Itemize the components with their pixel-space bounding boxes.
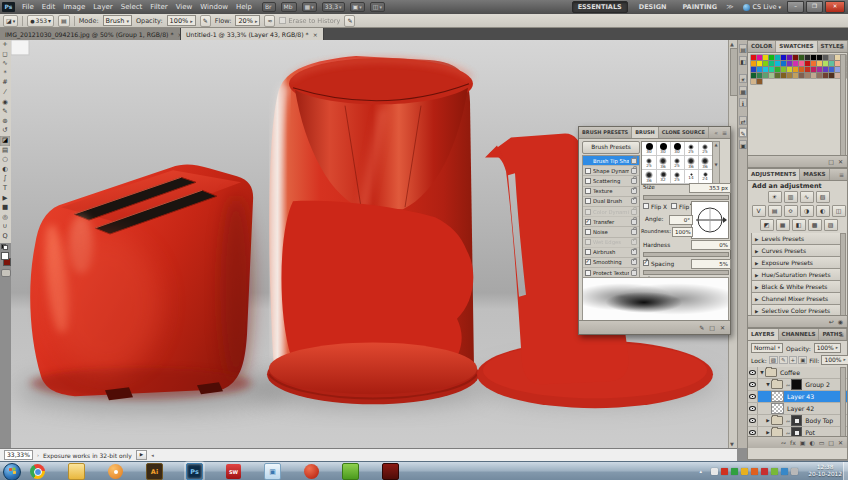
lasso-tool[interactable]: ∿ <box>0 59 10 69</box>
erase-to-history-checkbox[interactable] <box>279 17 286 24</box>
layer-thumbnail[interactable] <box>771 391 784 402</box>
panel-tab[interactable]: CLONE SOURCE <box>659 127 709 138</box>
info-icon[interactable]: ℹ <box>739 98 747 107</box>
zoom-tool[interactable]: Q <box>0 232 10 242</box>
flip-x-option[interactable]: Flip X <box>643 203 667 210</box>
brush-tip[interactable]: 36 <box>698 156 713 170</box>
blend-mode-select[interactable]: Normal▾ <box>751 343 783 353</box>
quick-mask-icon[interactable] <box>1 269 11 277</box>
explorer[interactable] <box>68 463 85 480</box>
add-mask-icon[interactable]: ▣ <box>800 439 806 446</box>
lock-icon[interactable] <box>631 168 637 174</box>
scroll-up-icon[interactable]: ▲ <box>730 41 734 47</box>
path-selection-tool[interactable]: ▶ <box>0 194 10 204</box>
status-back-icon[interactable]: ◂ <box>151 452 154 458</box>
angle-control[interactable] <box>691 201 729 239</box>
eraser-tool[interactable]: ◪ <box>0 136 10 146</box>
color-swatch[interactable] <box>763 61 768 66</box>
color-swatch[interactable] <box>787 73 792 78</box>
lock-transparency-icon[interactable]: ▨ <box>769 356 778 364</box>
pressure-size-icon[interactable]: ✎ <box>344 15 355 27</box>
brush-setting-row[interactable]: Airbrush <box>583 248 639 258</box>
tool-preset-picker[interactable]: ◪▾ <box>3 15 18 27</box>
tab-close-icon[interactable]: × <box>313 31 318 38</box>
expand-icon[interactable] <box>755 259 758 266</box>
workspace-button[interactable]: ESSENTIALS <box>572 1 628 13</box>
brush-setting-row[interactable]: Shape Dynamics <box>583 166 639 176</box>
view-extras-icon[interactable]: ▦▾ <box>302 2 317 12</box>
brush-tip[interactable]: 25 <box>642 156 657 170</box>
media-player[interactable] <box>108 464 123 479</box>
brush-preset-picker[interactable]: ●353▾ <box>27 15 54 27</box>
brush-tip[interactable]: 25 <box>684 142 699 156</box>
adjustment-icon[interactable]: ▥ <box>784 191 798 203</box>
color-swatch[interactable] <box>799 61 804 66</box>
color-swatch[interactable] <box>769 73 774 78</box>
delete-brush-icon[interactable]: ✕ <box>720 324 725 331</box>
tray-icon[interactable] <box>751 468 758 475</box>
brush-tip[interactable]: 25 <box>698 142 713 156</box>
document-tab[interactable]: IMG_20121030_094216.jpg @ 50% (Group 1, … <box>0 28 181 40</box>
close[interactable]: ✕ <box>825 1 845 13</box>
brush-tip[interactable]: 25 <box>670 156 685 170</box>
tray-icon[interactable] <box>781 468 788 475</box>
color-swatch[interactable] <box>799 67 804 72</box>
roundness-value[interactable]: 100% <box>672 227 693 237</box>
red-app[interactable] <box>304 464 319 479</box>
adjustment-icon[interactable]: ≎ <box>784 205 798 217</box>
expanded-view-icon[interactable]: ◉ <box>838 318 843 325</box>
tray-icon[interactable] <box>711 468 718 475</box>
adjustment-layer-icon[interactable]: ◐ <box>809 439 814 446</box>
setting-checkbox[interactable] <box>585 219 591 225</box>
lock-icon[interactable] <box>631 239 637 245</box>
hardness-value[interactable]: 0% <box>691 240 731 250</box>
color-swatch[interactable] <box>805 55 810 60</box>
color-swatch[interactable] <box>787 55 792 60</box>
expand-icon[interactable] <box>755 247 758 254</box>
lock-icon[interactable] <box>631 188 637 194</box>
move-tool[interactable]: + <box>0 40 10 50</box>
lock-pixels-icon[interactable]: ✎ <box>779 356 788 364</box>
brush-tip[interactable]: 30 <box>670 142 685 156</box>
tray-icon[interactable] <box>761 468 768 475</box>
menu-item[interactable]: Image <box>59 0 89 14</box>
menu-item[interactable]: Select <box>117 0 147 14</box>
spacing-slider[interactable] <box>643 270 729 275</box>
brush-tip[interactable]: 14 <box>684 170 699 184</box>
stroke-preview-icon[interactable]: ✎ <box>699 324 704 331</box>
visibility-eye-icon[interactable] <box>748 367 758 378</box>
link-layers-icon[interactable]: ∾ <box>781 439 786 446</box>
lock-icon[interactable] <box>631 229 637 235</box>
crop-tool[interactable]: # <box>0 78 10 88</box>
brush-setting-row[interactable]: Transfer <box>583 217 639 227</box>
adjustment-icon[interactable]: ▨ <box>824 219 838 231</box>
adjustment-icon[interactable]: ▤ <box>768 205 782 217</box>
workspace-overflow-icon[interactable]: ≫ <box>726 3 733 11</box>
color-swatch[interactable] <box>751 55 756 60</box>
color-swatch[interactable] <box>781 61 786 66</box>
expand-icon[interactable] <box>755 307 758 314</box>
eyedropper-tool[interactable]: ⁄ <box>0 88 10 98</box>
color-swatch[interactable] <box>775 55 780 60</box>
tray-expand-icon[interactable]: ▴ <box>699 468 702 474</box>
lock-icon[interactable] <box>631 198 637 204</box>
delete-swatch-icon[interactable]: ✕ <box>838 158 843 165</box>
color-swatch[interactable] <box>823 73 828 78</box>
expand-icon[interactable] <box>755 271 758 278</box>
lock-all-icon[interactable]: ▣ <box>798 356 807 364</box>
color-swatch[interactable] <box>793 61 798 66</box>
new-swatch-icon[interactable]: □ <box>828 158 834 165</box>
adjustment-icon[interactable]: ◑ <box>800 205 814 217</box>
adjustment-icon[interactable]: ∿ <box>800 191 814 203</box>
quick-selection-tool[interactable]: * <box>0 69 10 79</box>
brush-setting-row[interactable]: Color Dynamics <box>583 207 639 217</box>
layer-row[interactable]: ∾ Group 2 <box>748 379 847 391</box>
illustrator[interactable]: Ai <box>146 463 163 480</box>
visibility-eye-icon[interactable] <box>748 403 758 414</box>
blur-tool[interactable]: ○ <box>0 155 10 165</box>
color-swatch[interactable] <box>787 61 792 66</box>
pen-tool[interactable]: ∫ <box>0 174 10 184</box>
pressure-opacity-icon[interactable]: ✎ <box>200 15 211 27</box>
preset-row[interactable]: Hue/Saturation Presets <box>751 269 841 281</box>
brush-tip[interactable]: 30 <box>642 142 657 156</box>
